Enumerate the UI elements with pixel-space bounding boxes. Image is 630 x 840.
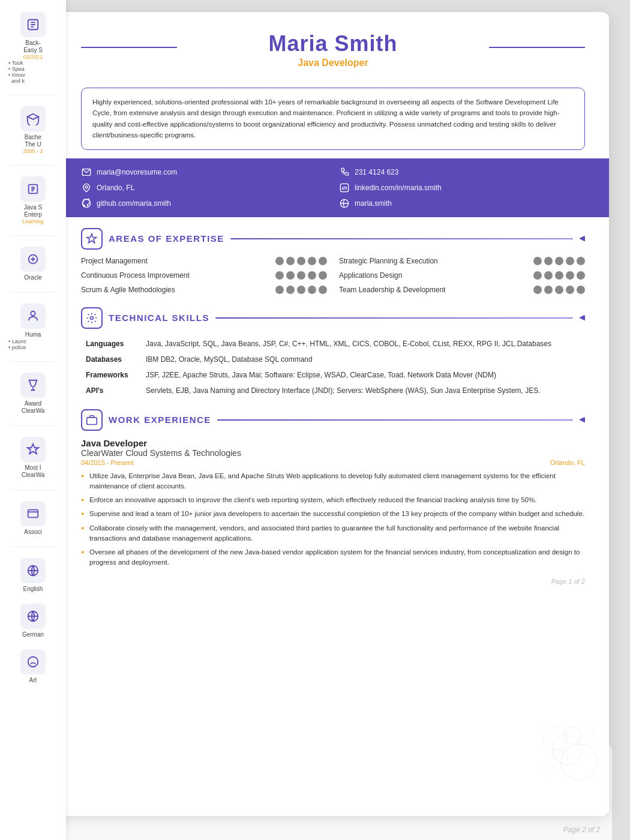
job-1: Java Developer ClearWater Cloud Systems …: [81, 438, 585, 568]
header-line-left: [81, 47, 177, 48]
dot: [544, 286, 553, 294]
dot: [308, 257, 316, 265]
dot: [533, 257, 542, 265]
skills-value-databases: IBM DB2, Oracle, MySQL, Database SQL com…: [141, 352, 585, 367]
sidebar-divider-5: [10, 361, 55, 362]
dot: [566, 286, 574, 294]
sidebar-divider-6: [10, 425, 55, 426]
expertise-label-apps-design: Applications Design: [339, 271, 533, 280]
resume-summary-text: Highly experienced, solutions-oriented p…: [92, 97, 574, 141]
expertise-label-project-mgmt: Project Management: [81, 257, 275, 265]
sidebar-label-background: Back-Easy S: [23, 40, 43, 54]
resume-header: Maria Smith Java Developer: [57, 12, 609, 78]
expertise-row-project-mgmt: Project Management: [81, 257, 327, 265]
dot: [544, 271, 553, 280]
sidebar-icon-human: [20, 304, 46, 329]
sidebar-divider-4: [10, 292, 55, 293]
sidebar-item-education[interactable]: BacheThe U 2005 - 2: [6, 106, 60, 154]
dot: [286, 271, 295, 280]
expertise-dots-process: [275, 271, 327, 280]
sidebar-item-oracle[interactable]: Oracle: [6, 247, 60, 281]
svg-point-16: [552, 735, 582, 765]
expertise-row-team-leadership: Team Leadership & Development: [339, 286, 585, 294]
technical-section-line: [215, 317, 573, 319]
resume-name: Maria Smith: [81, 31, 585, 56]
svg-point-3: [31, 311, 35, 316]
dot: [566, 271, 574, 280]
dot: [555, 286, 563, 294]
dot: [308, 286, 316, 294]
expertise-icon: [81, 228, 103, 250]
sidebar-label-german: German: [22, 631, 44, 638]
contact-email-text: maria@novoresume.com: [97, 168, 177, 176]
skills-category-frameworks: Frameworks: [81, 367, 141, 383]
dot: [577, 286, 585, 294]
sidebar-icon-english: [20, 558, 46, 583]
job-location-1: Orlando, FL: [550, 459, 585, 466]
sidebar-item-java-skill[interactable]: Java SEnterp Learning: [6, 176, 60, 224]
page2-label: Page 2 of 2: [563, 826, 600, 834]
sidebar-item-german[interactable]: German: [6, 604, 60, 638]
skills-value-apis: Servlets, EJB, Java Naming and Directory…: [141, 383, 585, 398]
job-bullets-1: Utilize Java, Enterprise Java Bean, Java…: [81, 471, 585, 568]
sidebar-sub-java-skill: Learning: [22, 218, 43, 224]
sidebar-label-awards: AwardClearWa: [22, 400, 45, 415]
dot: [275, 257, 284, 265]
sidebar-item-art[interactable]: Art: [6, 649, 60, 684]
expertise-section-header: AREAS OF EXPERTISE: [81, 228, 585, 250]
skills-row-databases: Databases IBM DB2, Oracle, MySQL, Databa…: [81, 352, 585, 367]
website-icon: [339, 198, 350, 209]
page-number: Page 1 of 2: [57, 572, 609, 589]
dot: [297, 271, 305, 280]
sidebar-icon-art: [20, 649, 46, 674]
github-icon: [81, 198, 92, 209]
sidebar-icon-oracle: [20, 247, 46, 272]
expertise-section: AREAS OF EXPERTISE Project Management St…: [57, 217, 609, 294]
sidebar-item-associ[interactable]: Associ: [6, 501, 60, 536]
job-title-1: Java Developer: [81, 438, 585, 448]
skills-category-databases: Databases: [81, 352, 141, 367]
work-section: WORK EXPERIENCE Java Developer ClearWate…: [57, 398, 609, 568]
svg-point-7: [28, 657, 38, 667]
svg-point-13: [91, 316, 94, 319]
job-bullet-1-1: Utilize Java, Enterprise Java Bean, Java…: [81, 471, 585, 492]
svg-point-20: [554, 749, 568, 763]
job-bullet-1-4: Collaborate closely with the management,…: [81, 523, 585, 544]
dot: [566, 257, 574, 265]
work-icon: [81, 409, 103, 431]
svg-point-17: [543, 726, 567, 750]
dot: [286, 286, 295, 294]
sidebar-item-awards[interactable]: AwardClearWa: [6, 373, 60, 415]
dot: [275, 286, 284, 294]
sidebar-item-most-improved[interactable]: Most IClearWa: [6, 437, 60, 479]
contact-location: Orlando, FL: [81, 182, 327, 193]
sidebar-sub-background: 02/2011: [23, 54, 43, 60]
contact-phone: 231 4124 623: [339, 167, 585, 178]
expertise-dots-team-leadership: [533, 286, 585, 294]
expertise-dots-apps-design: [533, 271, 585, 280]
dot: [544, 257, 553, 265]
sidebar-item-english[interactable]: English: [6, 558, 60, 593]
dot: [533, 271, 542, 280]
contact-github-text: github.com/maria.smith: [97, 199, 171, 208]
dot: [308, 271, 316, 280]
expertise-section-title: AREAS OF EXPERTISE: [109, 233, 224, 244]
sidebar-label-art: Art: [29, 677, 37, 684]
phone-icon: [339, 167, 350, 178]
dot: [577, 271, 585, 280]
job-bullet-1-5: Oversee all phases of the development of…: [81, 547, 585, 568]
sidebar-item-background[interactable]: Back-Easy S 02/2011 • Took • Spea • Inno…: [6, 12, 60, 84]
technical-section-title: TECHNICAL SKILLS: [109, 313, 209, 323]
sidebar-sub-education: 2005 - 2: [23, 148, 43, 154]
skills-row-languages: Languages Java, JavaScript, SQL, Java Be…: [81, 336, 585, 352]
sidebar-divider-8: [10, 547, 55, 547]
sidebar-label-associ: Associ: [24, 529, 41, 536]
skills-table: Languages Java, JavaScript, SQL, Java Be…: [81, 336, 585, 398]
svg-point-19: [565, 727, 581, 743]
sidebar-item-human[interactable]: Huma • Launc • police: [6, 304, 60, 350]
skills-category-apis: API's: [81, 383, 141, 398]
sidebar-divider-7: [10, 490, 55, 490]
dot: [555, 257, 563, 265]
header-line-right: [489, 47, 585, 48]
sidebar-bullet-human-1: • Launc: [6, 338, 60, 344]
